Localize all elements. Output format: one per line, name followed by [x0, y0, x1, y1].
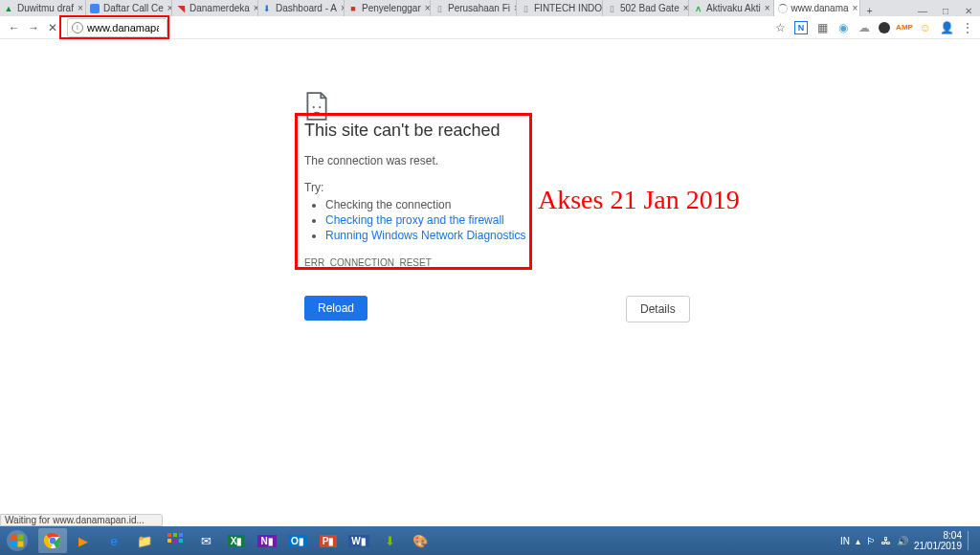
site-icon: ᴧ: [692, 3, 703, 14]
url-input[interactable]: [87, 22, 159, 33]
svg-rect-5: [11, 542, 17, 547]
tab-label: Danamerdeka: [189, 3, 250, 13]
svg-rect-10: [173, 533, 177, 537]
error-subline: The connection was reset.: [304, 154, 678, 167]
task-onenote[interactable]: N▮: [253, 528, 281, 553]
address-bar[interactable]: i: [67, 18, 167, 37]
extension-cloud-icon[interactable]: ☁: [858, 21, 871, 34]
tab-penyelenggar[interactable]: ■Penyelenggar×: [345, 0, 431, 16]
extension-circle-icon[interactable]: [879, 22, 890, 33]
sad-document-icon: [304, 92, 329, 124]
svg-rect-4: [18, 535, 24, 541]
svg-point-2: [7, 530, 28, 551]
gdoc-icon: [89, 3, 100, 14]
task-word[interactable]: W▮: [345, 528, 373, 553]
annotation-text: Akses 21 Jan 2019: [538, 185, 740, 215]
menu-icon[interactable]: ⋮: [961, 21, 974, 34]
svg-rect-12: [167, 539, 171, 543]
drive-icon: ▲: [3, 3, 14, 14]
task-powerpoint[interactable]: P▮: [314, 528, 343, 553]
error-code: ERR_CONNECTION_RESET: [304, 257, 678, 268]
document-icon: ▯: [520, 3, 531, 14]
document-icon: ▯: [606, 3, 617, 14]
loading-icon: [777, 3, 789, 14]
task-ie[interactable]: e: [100, 528, 128, 553]
svg-rect-9: [167, 533, 171, 537]
close-icon[interactable]: ×: [425, 3, 431, 13]
tab-502[interactable]: ▯502 Bad Gate×: [603, 0, 689, 16]
tab-perusahaan[interactable]: ▯Perusahaan Fi×: [431, 0, 517, 16]
user-icon[interactable]: 👤: [940, 21, 953, 34]
svg-rect-3: [11, 535, 17, 541]
task-tiles[interactable]: [161, 528, 189, 553]
extension-drop-icon[interactable]: ◉: [836, 21, 850, 34]
details-button[interactable]: Details: [626, 296, 690, 322]
tab-label: Penyelenggar: [362, 3, 421, 13]
extension-smile-icon[interactable]: ☺: [919, 21, 932, 34]
task-excel[interactable]: X▮: [222, 528, 251, 553]
tab-danamerdeka[interactable]: ◥Danamerdeka×: [172, 0, 258, 16]
close-icon[interactable]: ×: [853, 3, 858, 13]
page-viewport: This site can't be reached The connectio…: [0, 39, 980, 514]
task-outlook[interactable]: O▮: [283, 528, 312, 553]
error-heading: This site can't be reached: [304, 121, 678, 141]
task-mediaplayer[interactable]: ▶: [69, 528, 98, 553]
apps-grid-icon[interactable]: ▦: [815, 21, 829, 34]
close-icon[interactable]: ×: [683, 3, 689, 13]
network-icon[interactable]: 🖧: [881, 536, 891, 546]
info-icon[interactable]: i: [72, 22, 83, 33]
close-icon[interactable]: ×: [78, 3, 83, 13]
tab-strip: ▲Duwitmu draf× Daftar Call Ce× ◥Danamerd…: [0, 0, 980, 16]
tab-aktivaku[interactable]: ᴧAktivaku Akti×: [689, 0, 774, 16]
tab-label: 502 Bad Gate: [620, 3, 679, 13]
show-desktop[interactable]: [968, 531, 974, 550]
tab-label: Daftar Call Ce: [103, 3, 164, 13]
volume-icon[interactable]: 🔊: [897, 536, 908, 546]
new-tab-button[interactable]: +: [860, 6, 880, 16]
tab-daftar[interactable]: Daftar Call Ce×: [86, 0, 172, 16]
svg-point-1: [319, 106, 321, 108]
tab-fintech[interactable]: ▯FINTECH INDO×: [517, 0, 603, 16]
forward-button[interactable]: →: [25, 19, 42, 36]
svg-rect-6: [18, 542, 24, 547]
clock[interactable]: 8:04 21/01/2019: [914, 530, 962, 551]
svg-rect-13: [173, 539, 177, 543]
svg-point-0: [313, 106, 315, 108]
reload-button[interactable]: Reload: [304, 296, 368, 321]
tray-up-icon[interactable]: ▴: [856, 536, 860, 546]
taskbar-apps: ▶ e 📁 ✉ X▮ N▮ O▮ P▮ W▮ ⬇ 🎨: [38, 528, 434, 553]
language-indicator[interactable]: IN: [840, 536, 850, 546]
task-mail[interactable]: ✉: [191, 528, 220, 553]
proxy-link[interactable]: Checking the proxy and the firewall: [325, 213, 504, 227]
diagnostics-link[interactable]: Running Windows Network Diagnostics: [325, 229, 525, 242]
back-button[interactable]: ←: [6, 19, 23, 36]
task-paint[interactable]: 🎨: [406, 528, 434, 553]
tab-danamapan[interactable]: www.danama×: [774, 0, 860, 16]
tab-duwitmu[interactable]: ▲Duwitmu draf×: [0, 0, 86, 16]
tab-label: www.danama: [791, 3, 849, 13]
site-icon: ■: [347, 3, 359, 14]
task-chrome[interactable]: [38, 528, 67, 553]
start-button[interactable]: [0, 526, 34, 555]
suggestion-item: Running Windows Network Diagnostics: [325, 229, 678, 242]
task-explorer[interactable]: 📁: [130, 528, 159, 553]
tab-label: Duwitmu draf: [17, 3, 74, 13]
suggestion-item: Checking the proxy and the firewall: [325, 213, 678, 227]
close-icon[interactable]: ×: [765, 3, 770, 13]
window-close[interactable]: ✕: [957, 6, 980, 16]
svg-rect-11: [179, 533, 183, 537]
stop-button[interactable]: ✕: [44, 19, 61, 36]
star-icon[interactable]: ☆: [773, 21, 787, 34]
task-utorrent[interactable]: ⬇: [375, 528, 404, 553]
extension-n-icon[interactable]: N: [794, 21, 808, 34]
status-bar: Waiting for www.danamapan.id...: [0, 514, 163, 526]
extension-amp-icon[interactable]: AMP: [898, 21, 911, 34]
svg-rect-14: [179, 539, 183, 543]
window-minimize[interactable]: —: [911, 6, 934, 16]
document-icon: ▯: [434, 3, 445, 14]
flag-icon[interactable]: 🏳: [866, 536, 876, 546]
tab-label: Aktivaku Akti: [706, 3, 761, 13]
system-tray: IN ▴ 🏳 🖧 🔊 8:04 21/01/2019: [835, 530, 980, 551]
window-maximize[interactable]: □: [934, 6, 957, 16]
tab-dashboard[interactable]: ⬇Dashboard - A×: [258, 0, 345, 16]
